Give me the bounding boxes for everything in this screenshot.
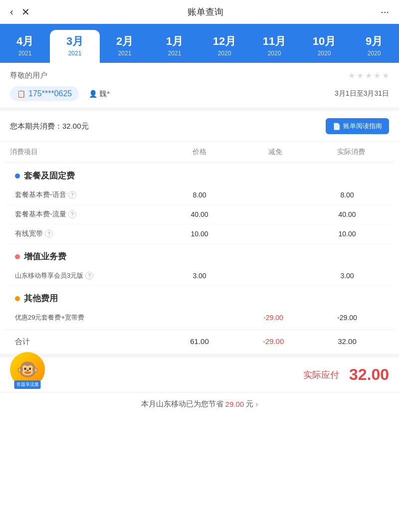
actual-amount: 32.00 — [349, 365, 389, 384]
bill-summary: 您本期共消费：32.00元 📄 账单阅读指南 — [0, 111, 399, 142]
more-icon[interactable]: ··· — [381, 6, 389, 17]
header-price: 价格 — [162, 148, 237, 157]
item-discount: -29.00 — [236, 314, 310, 322]
month-year: 2021 — [18, 50, 32, 57]
item-name: 套餐基本费-流量 ? — [15, 210, 163, 219]
bill-total-text: 您本期共消费：32.00元 — [10, 122, 89, 131]
totals-label: 合计 — [15, 337, 163, 347]
month-num: 3月 — [66, 34, 83, 49]
actual-footer: 🐵 答题享流量 实际应付 32.00 — [0, 354, 399, 392]
category-title-package: 套餐及固定费 — [24, 170, 75, 181]
date-range: 3月1日至3月31日 — [335, 89, 389, 98]
item-actual: 10.00 — [310, 230, 384, 238]
help-icon[interactable]: ? — [68, 191, 76, 199]
category-dot-package — [15, 174, 20, 178]
guide-label: 账单阅读指南 — [343, 122, 382, 131]
savings-unit: 元 — [246, 399, 253, 409]
nav-bar: ‹ ✕ 账单查询 ··· — [0, 0, 399, 24]
savings-text: 本月山东移动已为您节省 — [141, 399, 223, 409]
totals-discount: -29.00 — [236, 337, 310, 347]
mascot[interactable]: 🐵 答题享流量 — [10, 352, 45, 387]
month-tabs: 4月 20213月 20212月 20211月 202112月 202011月 … — [0, 24, 399, 63]
bill-guide-button[interactable]: 📄 账单阅读指南 — [326, 118, 389, 134]
category-dot-value — [15, 254, 20, 259]
item-name: 套餐基本费-语音 ? — [15, 190, 163, 199]
account-card: 尊敬的用户 ★ ★ ★ ★ ★ 📋 175****0625 👤 魏* 3月1日至… — [0, 63, 399, 111]
item-price: 10.00 — [163, 230, 236, 238]
month-num: 4月 — [16, 34, 33, 49]
table-row: 山东移动尊享会员3元版 ? 3.00 3.00 — [5, 266, 394, 286]
phone-frame: ‹ ✕ 账单查询 ··· 4月 20213月 20212月 20211月 202… — [0, 0, 399, 532]
guide-icon: 📄 — [333, 123, 341, 130]
greeting-text: 尊敬的用户 — [10, 71, 47, 80]
help-icon[interactable]: ? — [68, 210, 76, 218]
actual-label: 实际应付 — [303, 369, 339, 381]
month-tab-3月[interactable]: 3月 2021 — [50, 30, 100, 63]
month-tab-2月[interactable]: 2月 2021 — [100, 30, 150, 63]
savings-bar[interactable]: 本月山东移动已为您节省 29.00 元 › — [0, 392, 399, 416]
month-year: 2020 — [218, 50, 231, 57]
back-icon[interactable]: ‹ — [10, 6, 13, 17]
month-num: 9月 — [366, 34, 383, 49]
header-actual: 实际消费 — [313, 148, 389, 157]
month-tab-11月[interactable]: 11月 2020 — [249, 30, 299, 63]
category-header-value: 增值业务费 — [5, 244, 394, 266]
totals-row: 合计 61.00 -29.00 32.00 — [5, 330, 394, 354]
month-tab-10月[interactable]: 10月 2020 — [299, 30, 349, 63]
category-header-other: 其他费用 — [5, 286, 394, 308]
close-icon[interactable]: ✕ — [21, 6, 30, 18]
month-tab-9月[interactable]: 9月 2020 — [349, 30, 399, 63]
phone-number: 175****0625 — [28, 89, 72, 98]
category-title-other: 其他费用 — [24, 293, 58, 304]
totals-price: 61.00 — [163, 337, 236, 347]
category-dot-other — [15, 296, 20, 301]
phone-icon: 📋 — [17, 90, 25, 98]
header-item: 消费项目 — [10, 148, 162, 157]
item-actual: 3.00 — [310, 272, 384, 280]
user-box: 👤 魏* — [89, 89, 110, 99]
month-tab-12月[interactable]: 12月 2020 — [200, 30, 249, 63]
month-tab-4月[interactable]: 4月 2021 — [0, 30, 50, 63]
help-icon[interactable]: ? — [45, 230, 53, 238]
stars-rating: ★ ★ ★ ★ ★ — [348, 71, 389, 80]
user-icon: 👤 — [89, 90, 97, 98]
item-actual: 8.00 — [310, 191, 384, 199]
item-name: 优惠29元套餐费+宽带费 — [15, 313, 163, 322]
table-row: 套餐基本费-流量 ? 40.00 40.00 — [5, 205, 394, 224]
month-year: 2020 — [268, 50, 281, 57]
month-num: 10月 — [313, 34, 336, 49]
month-num: 1月 — [166, 34, 183, 49]
mascot-badge: 答题享流量 — [14, 380, 41, 389]
phone-number-box[interactable]: 📋 175****0625 — [10, 86, 79, 101]
header-discount: 减免 — [237, 148, 313, 157]
help-icon[interactable]: ? — [85, 272, 93, 280]
month-year: 2020 — [368, 50, 381, 57]
item-actual: -29.00 — [310, 314, 384, 322]
category-header-package: 套餐及固定费 — [5, 163, 394, 185]
item-price: 8.00 — [163, 191, 236, 199]
month-num: 12月 — [213, 34, 236, 49]
category-title-value: 增值业务费 — [24, 251, 66, 262]
user-name: 魏* — [99, 89, 110, 99]
table-row: 有线宽带 ? 10.00 10.00 — [5, 224, 394, 244]
month-year: 2021 — [68, 50, 82, 57]
month-num: 11月 — [263, 34, 286, 49]
month-year: 2021 — [168, 50, 182, 57]
item-price: 3.00 — [163, 272, 236, 280]
month-tab-1月[interactable]: 1月 2021 — [150, 30, 200, 63]
item-name: 有线宽带 ? — [15, 229, 163, 238]
savings-arrow-icon: › — [255, 400, 258, 409]
month-year: 2021 — [118, 50, 132, 57]
table-row: 优惠29元套餐费+宽带费 -29.00 -29.00 — [5, 308, 394, 328]
totals-actual: 32.00 — [310, 337, 384, 347]
mascot-image: 🐵 — [16, 359, 39, 380]
item-price: 40.00 — [163, 210, 236, 218]
page-title: 账单查询 — [188, 6, 223, 18]
bill-table: 消费项目 价格 减免 实际消费 套餐及固定费 套餐基本费-语音 ? 8.00 8… — [0, 142, 399, 354]
item-name: 山东移动尊享会员3元版 ? — [15, 271, 163, 280]
month-year: 2020 — [318, 50, 331, 57]
month-num: 2月 — [116, 34, 133, 49]
item-actual: 40.00 — [310, 210, 384, 218]
savings-amount: 29.00 — [225, 400, 244, 408]
table-header: 消费项目 价格 减免 实际消费 — [5, 142, 394, 163]
